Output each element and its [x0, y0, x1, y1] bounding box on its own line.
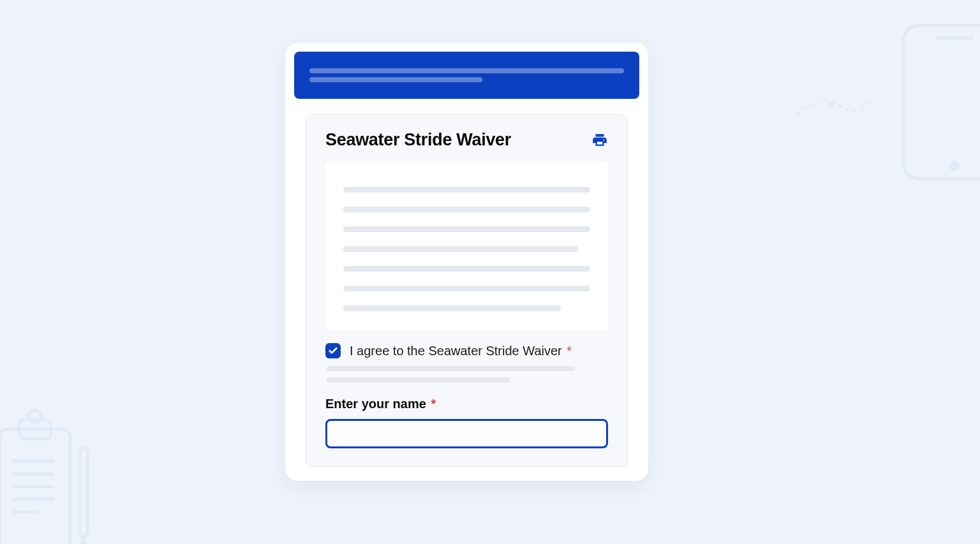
dashed-path-illustration — [795, 89, 872, 128]
check-icon — [328, 346, 338, 356]
agree-checkbox[interactable] — [325, 343, 341, 358]
banner — [294, 52, 639, 99]
banner-placeholder-line — [309, 77, 482, 82]
waiver-title: Seawater Stride Waiver — [325, 130, 511, 150]
doc-placeholder-line — [343, 246, 578, 252]
phone-illustration — [897, 19, 980, 185]
desc-placeholder-line — [327, 366, 575, 371]
required-indicator: * — [567, 344, 572, 358]
name-input[interactable] — [325, 419, 608, 448]
svg-point-14 — [603, 139, 604, 140]
doc-placeholder-line — [343, 187, 590, 193]
name-field-label: Enter your name * — [325, 397, 608, 411]
required-indicator: * — [431, 397, 436, 411]
waiver-document-preview — [325, 161, 608, 330]
doc-placeholder-line — [343, 305, 561, 311]
agree-label: I agree to the Seawater Stride Waiver * — [350, 344, 572, 358]
doc-placeholder-line — [343, 266, 590, 272]
agree-label-text: I agree to the Seawater Stride Waiver — [350, 344, 562, 358]
name-label-text: Enter your name — [325, 397, 426, 411]
print-button[interactable] — [591, 132, 608, 149]
agree-row: I agree to the Seawater Stride Waiver * — [325, 343, 608, 358]
print-icon — [591, 132, 608, 149]
doc-placeholder-line — [343, 286, 590, 291]
title-row: Seawater Stride Waiver — [325, 130, 608, 150]
banner-placeholder-line — [309, 68, 624, 73]
doc-placeholder-line — [343, 207, 590, 212]
desc-placeholder-line — [327, 378, 510, 383]
svg-rect-8 — [80, 448, 87, 538]
form-card: Seawater Stride Waiver — [285, 43, 648, 481]
doc-placeholder-line — [343, 226, 590, 232]
svg-rect-9 — [903, 26, 980, 179]
svg-point-11 — [951, 162, 958, 170]
waiver-panel: Seawater Stride Waiver — [306, 114, 628, 467]
clipboard-illustration — [0, 404, 89, 544]
agree-description — [325, 366, 608, 383]
